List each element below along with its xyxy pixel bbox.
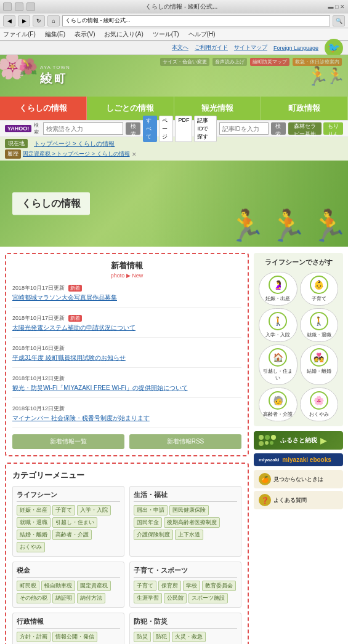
cat-tag-lifescene-7[interactable]: おくやみ (17, 542, 45, 552)
forward-button[interactable]: ▶ (18, 15, 30, 26)
cat-tag-bousai-0[interactable]: 防災 (134, 632, 151, 642)
ninshin-label: 妊娠・出産 (265, 295, 290, 302)
cat-tag-gyosei-1[interactable]: 情報公開・発信 (52, 632, 97, 642)
category-group-seikatsu-title: 生活・福祉 (134, 490, 237, 502)
category-group-lifescene: ライフシーン 妊娠・出産 子育て 入学・入院 就職・退職 引越し・住まい 結婚・… (12, 486, 124, 557)
cat-tag-zeikin-0[interactable]: 町民税 (17, 581, 39, 591)
cat-tag-lifescene-5[interactable]: 結婚・離婚 (17, 530, 51, 540)
cat-tag-gyosei-0[interactable]: 方針・計画 (17, 632, 51, 642)
content-area: (1) 新着情報 photo ▶ New 2018年10月17日更新 新着 宮崎… (0, 247, 348, 644)
cat-tag-zeikin-1[interactable]: 軽自動車税 (41, 581, 75, 591)
utility-link-honbun[interactable]: 本文へ (172, 44, 188, 52)
nyugaku-icon: 🚶 (269, 312, 287, 330)
back-button[interactable]: ◀ (3, 15, 15, 26)
sidebar-item-ninshin[interactable]: 🤰 妊娠・出産 (259, 272, 297, 306)
refresh-button[interactable]: ↻ (33, 15, 45, 26)
cat-tag-kosodate-1[interactable]: 保育所 (158, 581, 181, 591)
search-opt-page[interactable]: ページ (159, 116, 173, 142)
cat-tag-seikatsu-3[interactable]: 後期高齢者医療制度 (164, 517, 220, 528)
menu-favorites[interactable]: お気に入り(A) (104, 30, 143, 39)
search-button[interactable]: 🔍 (333, 15, 345, 26)
faq-item-1[interactable]: ❓ よくある質問 (254, 491, 343, 509)
kosodate-icon: 👶 (310, 276, 328, 294)
news-date-0: 2018年10月17日更新 (12, 285, 65, 291)
close-btn[interactable] (26, 2, 35, 11)
cat-tag-kosodate-6[interactable]: スポーツ施設 (188, 593, 228, 603)
runners: 🏃🏃🏃 (227, 208, 348, 244)
shushoku-icon: 🚶 (310, 312, 328, 330)
cat-tag-kosodate-5[interactable]: 公民館 (164, 593, 187, 603)
morryn-btn[interactable]: もりりん (323, 122, 343, 135)
cat-tag-zeikin-3[interactable]: その他の税 (17, 593, 51, 603)
news-link-2[interactable]: 平成31年度 綾町職員採用試験のお知らせ (12, 354, 241, 362)
cat-tag-seikatsu-2[interactable]: 国民年金 (134, 517, 162, 528)
sidebar-item-hikkoshi[interactable]: 🏠 引越し・住まい (259, 344, 297, 385)
breadcrumb-trail[interactable]: トップページ > くらしの情報 (34, 140, 115, 148)
news-link-4[interactable]: マイナンバー 社会保険・税番号制度が始まります (12, 414, 241, 423)
cat-tag-bousai-1[interactable]: 防犯 (153, 632, 170, 642)
breadcrumb-close-icon[interactable]: ✕ (132, 151, 137, 157)
forest-therapy-btn[interactable]: 森林セラピー基地 (288, 122, 322, 135)
sidebar-item-nyugaku[interactable]: 🚶 入学・入院 (259, 308, 297, 342)
category-group-kosodate-title: 子育て・スポーツ (134, 566, 237, 578)
ebook-banner[interactable]: miyazaki miyazaki ebooks (254, 453, 343, 466)
furusato-banner[interactable]: ふるさと納税 ▶ (254, 431, 343, 450)
search-opt-all[interactable]: すべて (143, 116, 157, 142)
yahoo-search-label: 検索 (34, 122, 41, 135)
menu-edit[interactable]: 編集(E) (45, 30, 65, 39)
search-input[interactable] (43, 122, 123, 135)
cat-tag-lifescene-0[interactable]: 妊娠・出産 (17, 505, 51, 515)
news-wrapper: (1) 新着情報 photo ▶ New 2018年10月17日更新 新着 宮崎… (5, 253, 249, 456)
cat-tag-lifescene-1[interactable]: 子育て (52, 505, 75, 515)
news-link-3[interactable]: 観光・防災Wi-Fi「MIYAZAKI FREE Wi-Fi」の提供開始について (12, 384, 241, 392)
faq-item-0[interactable]: 🍊 見つからないときは (254, 470, 343, 488)
utility-link-sitemap[interactable]: サイトマップ (234, 44, 267, 52)
news-link-0[interactable]: 宮崎都城マラソン大会写真展作品募集 (12, 293, 241, 302)
sidebar-item-kosodate[interactable]: 👶 子育て (300, 272, 339, 306)
cat-tag-kosodate-0[interactable]: 子育て (134, 581, 156, 591)
cat-tag-lifescene-2[interactable]: 入学・入院 (77, 505, 111, 515)
cat-tag-seikatsu-0[interactable]: 届出・申請 (134, 505, 168, 515)
cat-tag-kosodate-3[interactable]: 教育委員会 (202, 581, 236, 591)
sidebar-item-kekkon[interactable]: 💑 結婚・離婚 (300, 344, 339, 385)
cat-tag-zeikin-2[interactable]: 固定資産税 (77, 581, 111, 591)
cat-tag-zeikin-4[interactable]: 納証明 (52, 593, 75, 603)
cat-tag-zeikin-5[interactable]: 納付方法 (77, 593, 105, 603)
home-button[interactable]: ⌂ (47, 15, 60, 26)
article-search-btn[interactable]: 検索 (271, 122, 286, 135)
news-rss-btn[interactable]: 新着情報RSS (129, 434, 241, 449)
news-list-btn[interactable]: 新着情報一覧 (12, 434, 124, 449)
cat-tag-lifescene-6[interactable]: 高齢者・介護 (52, 530, 92, 540)
sidebar-item-koureisha[interactable]: 🧓 高齢者・介護 (259, 388, 297, 421)
hikkoshi-label: 引越し・住まい (261, 368, 295, 381)
menu-file[interactable]: ファイル(F) (3, 30, 36, 39)
cat-tag-seikatsu-4[interactable]: 介護保険制度 (134, 530, 173, 540)
sidebar-item-okuymi[interactable]: 🌸 おくやみ (300, 388, 339, 421)
sidebar-item-shushoku[interactable]: 🚶 就職・退職 (300, 308, 339, 342)
search-submit-btn[interactable]: 検索 (126, 122, 140, 135)
cat-tag-kosodate-2[interactable]: 学校 (183, 581, 200, 591)
nav-chosei[interactable]: 町政情報 (261, 97, 348, 120)
search-opt-article[interactable]: 記事IDで探す (194, 116, 216, 142)
minimize-btn[interactable] (3, 2, 12, 11)
sidebar-lifescene: ライフシーンでさがす 🤰 妊娠・出産 👶 子育て 🚶 入 (254, 253, 343, 426)
news-link-1[interactable]: 太陽光発電システム補助の申請状況について (12, 324, 241, 332)
utility-link-foreign[interactable]: Foreign Language (273, 45, 318, 51)
cat-tag-lifescene-4[interactable]: 引越し・住まい (52, 517, 97, 528)
article-id-input[interactable] (219, 122, 269, 135)
menu-help[interactable]: ヘルプ(H) (188, 30, 216, 39)
cat-tag-seikatsu-1[interactable]: 国民健康保険 (169, 505, 209, 515)
menu-tools[interactable]: ツール(T) (153, 30, 179, 39)
cat-tag-lifescene-3[interactable]: 就職・退職 (17, 517, 51, 528)
nav-kurashi[interactable]: くらしの情報 (0, 97, 87, 120)
cat-tag-bousai-2[interactable]: 火災・救急 (172, 632, 206, 642)
cat-tag-seikatsu-5[interactable]: 上下水道 (175, 530, 203, 540)
breadcrumb-history-trail[interactable]: 固定資産税 > トップページ > くらしの情報 (23, 150, 130, 158)
page: 本文へ ご利用ガイド サイトマップ Foreign Language 🐦 🌸 🌺… (0, 41, 348, 644)
search-opt-pdf[interactable]: PDF (175, 116, 192, 142)
menu-view[interactable]: 表示(V) (75, 30, 95, 39)
maximize-btn[interactable] (15, 2, 23, 11)
address-input[interactable] (62, 15, 330, 26)
cat-tag-kosodate-4[interactable]: 生涯学習 (134, 593, 162, 603)
utility-link-guide[interactable]: ご利用ガイド (195, 44, 228, 52)
